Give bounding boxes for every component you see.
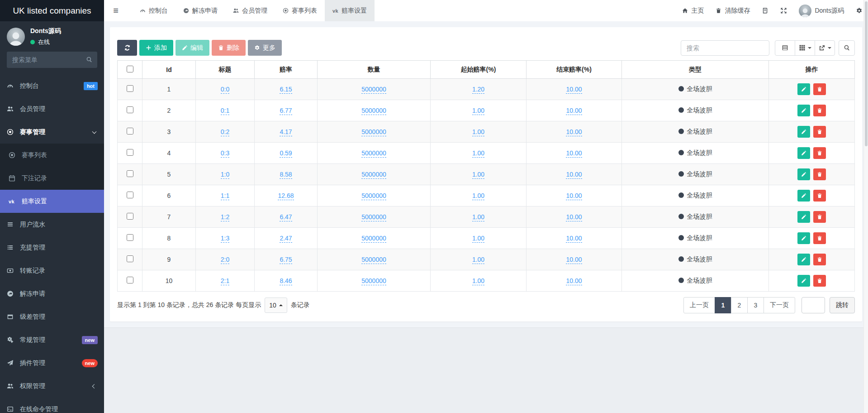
odds-editable[interactable]: 6.15 (280, 86, 292, 94)
end-odds-editable[interactable]: 10.00 (566, 107, 582, 115)
row-delete-button[interactable] (813, 275, 826, 287)
amount-editable[interactable]: 5000000 (361, 256, 386, 264)
row-edit-button[interactable] (797, 147, 810, 159)
sidebar-item-permissions[interactable]: 权限管理 (0, 375, 104, 398)
row-delete-button[interactable] (813, 254, 826, 265)
odds-editable[interactable]: 8.46 (280, 277, 292, 285)
tab-members[interactable]: 会员管理 (225, 0, 275, 21)
title-editable[interactable]: 1:3 (221, 235, 229, 243)
row-edit-button[interactable] (797, 126, 810, 138)
row-checkbox[interactable] (127, 255, 133, 262)
sidebar-item-user-flow[interactable]: 用户流水 (0, 213, 104, 236)
odds-editable[interactable]: 6.47 (280, 213, 292, 221)
add-button[interactable]: 添加 (139, 40, 173, 56)
scrollbar-thumb[interactable] (865, 1, 868, 146)
title-editable[interactable]: 1:0 (221, 171, 229, 179)
start-odds-editable[interactable]: 1.00 (472, 128, 484, 136)
end-odds-editable[interactable]: 10.00 (566, 213, 582, 221)
delete-button[interactable]: 删除 (212, 40, 246, 56)
row-checkbox[interactable] (127, 170, 133, 177)
title-editable[interactable]: 0:0 (221, 86, 229, 94)
edit-button[interactable]: 编辑 (175, 40, 209, 56)
row-delete-button[interactable] (813, 211, 826, 223)
columns-button[interactable] (795, 40, 815, 56)
export-button[interactable] (815, 40, 835, 56)
sidebar-item-match-list[interactable]: 赛事列表 (0, 144, 104, 167)
title-editable[interactable]: 0:2 (221, 128, 229, 136)
odds-editable[interactable]: 0.59 (280, 149, 292, 158)
end-odds-editable[interactable]: 10.00 (566, 192, 582, 200)
start-odds-editable[interactable]: 1.00 (472, 277, 484, 285)
end-odds-editable[interactable]: 10.00 (566, 171, 582, 179)
sidebar-item-unfreeze[interactable]: 解冻申请 (0, 282, 104, 305)
row-checkbox[interactable] (127, 213, 133, 220)
start-odds-editable[interactable]: 1.00 (472, 235, 484, 243)
sidebar-item-matches[interactable]: 赛事管理 (0, 120, 104, 144)
sidebar-item-deposit-withdraw[interactable]: 充提管理 (0, 236, 104, 259)
row-delete-button[interactable] (813, 168, 826, 180)
row-edit-button[interactable] (797, 190, 810, 202)
row-checkbox[interactable] (127, 85, 133, 92)
row-edit-button[interactable] (797, 83, 810, 95)
row-edit-button[interactable] (797, 168, 810, 180)
amount-editable[interactable]: 5000000 (361, 192, 386, 200)
row-edit-button[interactable] (797, 254, 810, 265)
row-checkbox[interactable] (127, 277, 133, 283)
clear-cache-button[interactable]: 清除缓存 (716, 7, 750, 15)
amount-editable[interactable]: 5000000 (361, 128, 386, 136)
start-odds-editable[interactable]: 1.00 (472, 256, 484, 264)
end-odds-editable[interactable]: 10.00 (566, 149, 582, 158)
row-edit-button[interactable] (797, 232, 810, 244)
row-edit-button[interactable] (797, 211, 810, 223)
title-editable[interactable]: 2:1 (221, 277, 229, 285)
odds-editable[interactable]: 4.17 (280, 128, 292, 136)
more-button[interactable]: 更多 (248, 40, 282, 56)
tab-unfreeze[interactable]: 解冻申请 (175, 0, 225, 21)
sidebar-item-dashboard[interactable]: 控制台 hot (0, 74, 104, 97)
odds-editable[interactable]: 6.75 (280, 256, 292, 264)
title-editable[interactable]: 0:3 (221, 149, 229, 158)
odds-editable[interactable]: 12.68 (278, 192, 294, 200)
title-editable[interactable]: 1:1 (221, 192, 229, 200)
jump-page-input[interactable] (802, 297, 825, 313)
odds-editable[interactable]: 6.77 (280, 107, 292, 115)
row-delete-button[interactable] (813, 126, 826, 138)
end-odds-editable[interactable]: 10.00 (566, 235, 582, 243)
row-delete-button[interactable] (813, 83, 826, 95)
start-odds-editable[interactable]: 1.00 (472, 213, 484, 221)
row-delete-button[interactable] (813, 105, 826, 116)
home-link[interactable]: 主页 (682, 7, 704, 15)
page-size-dropdown[interactable]: 10 (265, 298, 287, 313)
row-delete-button[interactable] (813, 190, 826, 202)
prev-page-button[interactable]: 上一页 (683, 297, 715, 313)
amount-editable[interactable]: 5000000 (361, 213, 386, 221)
start-odds-editable[interactable]: 1.00 (472, 192, 484, 200)
fullscreen-icon[interactable] (780, 7, 787, 14)
table-search-input[interactable] (681, 40, 769, 56)
end-odds-editable[interactable]: 10.00 (566, 86, 582, 94)
row-checkbox[interactable] (127, 192, 133, 198)
sidebar-item-general[interactable]: 常规管理 new (0, 328, 104, 351)
detail-view-button[interactable] (775, 40, 795, 56)
start-odds-editable[interactable]: 1.20 (472, 86, 484, 94)
amount-editable[interactable]: 5000000 (361, 277, 386, 285)
page-button-2[interactable]: 2 (731, 297, 748, 313)
next-page-button[interactable]: 下一页 (764, 297, 795, 313)
user-menu[interactable]: Donts源码 (799, 5, 844, 17)
tab-match-list[interactable]: 赛事列表 (275, 0, 325, 21)
odds-editable[interactable]: 8.58 (280, 171, 292, 179)
jump-button[interactable]: 跳转 (830, 297, 855, 313)
start-odds-editable[interactable]: 1.00 (472, 149, 484, 158)
search-button[interactable] (839, 40, 855, 56)
row-checkbox[interactable] (127, 106, 133, 113)
end-odds-editable[interactable]: 10.00 (566, 128, 582, 136)
amount-editable[interactable]: 5000000 (361, 86, 386, 94)
tab-odds-settings[interactable]: vk 赔率设置 (325, 0, 375, 21)
gear-icon[interactable] (856, 7, 863, 14)
row-delete-button[interactable] (813, 232, 826, 244)
end-odds-editable[interactable]: 10.00 (566, 277, 582, 285)
sidebar-search-input[interactable] (7, 52, 97, 68)
amount-editable[interactable]: 5000000 (361, 235, 386, 243)
row-edit-button[interactable] (797, 275, 810, 287)
sidebar-item-odds-settings[interactable]: vk 赔率设置 (0, 190, 104, 213)
